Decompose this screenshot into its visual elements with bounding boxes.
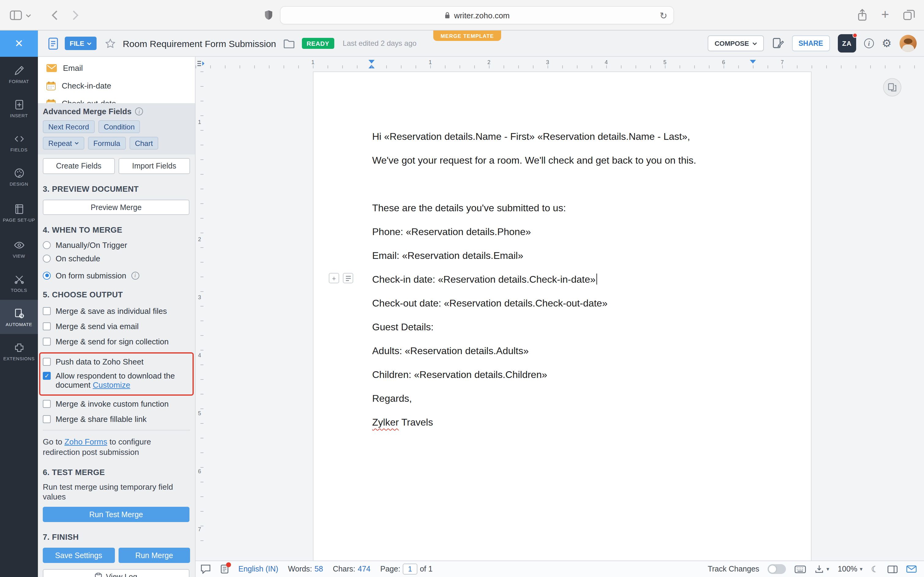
sidebar-chevron-icon[interactable] bbox=[26, 14, 31, 18]
email-feedback-icon[interactable] bbox=[906, 566, 917, 573]
left-indent-marker[interactable] bbox=[368, 65, 375, 68]
keyboard-icon[interactable] bbox=[795, 565, 806, 573]
run-test-merge-button[interactable]: Run Test Merge bbox=[43, 507, 189, 522]
zoom-control[interactable]: 100%▾ bbox=[838, 565, 863, 573]
privacy-shield-icon[interactable] bbox=[264, 10, 273, 21]
paragraph[interactable]: Regards, bbox=[372, 392, 752, 405]
sidebar-toggle-icon[interactable] bbox=[10, 10, 22, 20]
view-mode-control[interactable]: ▾ bbox=[815, 565, 829, 573]
run-merge-button[interactable]: Run Merge bbox=[118, 548, 190, 563]
paragraph[interactable]: Zylker Travels bbox=[372, 416, 752, 429]
share-button[interactable]: SHARE bbox=[792, 35, 830, 51]
share-page-icon[interactable] bbox=[857, 8, 868, 22]
document-edit-icon[interactable] bbox=[772, 37, 784, 50]
info-icon[interactable]: i bbox=[864, 39, 874, 48]
document-page[interactable]: Hi «Reservation details.Name - First» «R… bbox=[313, 71, 812, 561]
rail-item-tools[interactable]: TOOLS bbox=[0, 266, 38, 300]
checkbox-option[interactable]: Merge & invoke custom function bbox=[43, 399, 190, 408]
checkbox-icon[interactable] bbox=[43, 307, 51, 315]
folder-icon[interactable] bbox=[284, 39, 294, 48]
rail-item-view[interactable]: VIEW bbox=[0, 231, 38, 266]
comments-icon[interactable] bbox=[200, 564, 211, 574]
paragraph[interactable]: Email: «Reservation details.Email» bbox=[372, 249, 752, 263]
info-icon[interactable]: i bbox=[135, 108, 143, 115]
horizontal-ruler[interactable]: 11234567 bbox=[195, 59, 924, 69]
rail-item-insert[interactable]: INSERT bbox=[0, 91, 38, 125]
paragraph-format-icon[interactable] bbox=[343, 273, 353, 283]
rail-item-automate[interactable]: AUTOMATE bbox=[0, 300, 38, 334]
word-count[interactable]: Words:58 bbox=[288, 565, 323, 573]
radio-icon[interactable] bbox=[43, 254, 51, 262]
file-menu-button[interactable]: FILE bbox=[65, 37, 97, 50]
checkbox-option[interactable]: Merge & send for sign collection bbox=[43, 337, 190, 346]
rail-item-extensions[interactable]: EXTENSIONS bbox=[0, 334, 38, 368]
checkbox-icon[interactable] bbox=[43, 400, 51, 408]
refresh-icon[interactable]: ↻ bbox=[660, 10, 667, 21]
user-avatar[interactable] bbox=[900, 35, 917, 52]
paragraph[interactable]: Guest Details: bbox=[372, 321, 752, 334]
radio-option[interactable]: On schedule bbox=[43, 254, 190, 263]
merge-field-item[interactable]: Check-out-date bbox=[38, 95, 195, 103]
checkbox-icon[interactable] bbox=[43, 358, 51, 366]
checkbox-option[interactable]: Merge & save as individual files bbox=[43, 306, 190, 316]
checkbox-option[interactable]: Merge & send via email bbox=[43, 322, 190, 331]
insert-plus-icon[interactable]: + bbox=[329, 273, 339, 283]
zia-button[interactable]: ZA bbox=[838, 34, 856, 53]
compose-button[interactable]: COMPOSE bbox=[708, 35, 764, 51]
radio-icon[interactable] bbox=[43, 271, 51, 279]
import-fields-button[interactable]: Import Fields bbox=[118, 158, 190, 174]
checkbox-option[interactable]: Allow respondent to download the documen… bbox=[43, 371, 190, 390]
checkbox-icon[interactable] bbox=[43, 372, 51, 379]
condition-chip[interactable]: Condition bbox=[98, 120, 140, 133]
back-icon[interactable] bbox=[51, 10, 58, 21]
zoho-forms-link[interactable]: Zoho Forms bbox=[65, 437, 107, 446]
proofing-alert-icon[interactable] bbox=[221, 564, 229, 574]
favorite-star-icon[interactable] bbox=[105, 39, 115, 48]
rail-item-page-set-up[interactable]: PAGE SET-UP bbox=[0, 193, 38, 231]
paragraph[interactable]: Children: «Reservation details.Children» bbox=[372, 368, 752, 382]
paragraph[interactable]: Check-out date: «Reservation details.Che… bbox=[372, 297, 752, 310]
radio-option[interactable]: On form submissioni bbox=[43, 271, 190, 280]
paragraph[interactable]: Phone: «Reservation details.Phone» bbox=[372, 225, 752, 239]
night-mode-icon[interactable]: ☾ bbox=[871, 564, 879, 574]
settings-gear-icon[interactable]: ⚙ bbox=[882, 38, 892, 49]
paragraph[interactable]: These are the details you've submitted t… bbox=[372, 201, 752, 215]
radio-icon[interactable] bbox=[43, 241, 51, 249]
next-record-chip[interactable]: Next Record bbox=[43, 120, 94, 133]
create-fields-button[interactable]: Create Fields bbox=[43, 158, 115, 174]
layout-panel-icon[interactable] bbox=[887, 565, 898, 573]
checkbox-option[interactable]: Merge & share fillable link bbox=[43, 414, 190, 424]
info-icon[interactable]: i bbox=[131, 271, 139, 279]
new-tab-icon[interactable]: + bbox=[881, 8, 889, 21]
paragraph[interactable]: Check-in date: «Reservation details.Chec… bbox=[372, 273, 752, 286]
save-settings-button[interactable]: Save Settings bbox=[43, 548, 115, 563]
language-selector[interactable]: English (IN) bbox=[238, 565, 278, 573]
checkbox-icon[interactable] bbox=[43, 337, 51, 345]
rail-item-format[interactable]: FORMAT bbox=[0, 57, 38, 91]
ruler-toggle-icon[interactable] bbox=[197, 60, 205, 67]
checkbox-icon[interactable] bbox=[43, 322, 51, 330]
close-button[interactable]: ✕ bbox=[0, 30, 38, 56]
rail-item-fields[interactable]: FIELDS bbox=[0, 125, 38, 160]
tab-overview-icon[interactable] bbox=[903, 10, 915, 20]
checkbox-icon[interactable] bbox=[43, 415, 51, 423]
merge-field-item[interactable]: Check-in-date bbox=[38, 77, 195, 95]
customize-link[interactable]: Customize bbox=[92, 380, 130, 390]
checkbox-option[interactable]: Push data to Zoho Sheet bbox=[43, 357, 190, 366]
vertical-ruler[interactable]: 1234567 bbox=[195, 71, 205, 546]
first-line-indent-marker[interactable] bbox=[368, 60, 375, 63]
right-indent-marker[interactable] bbox=[750, 60, 756, 63]
paragraph[interactable]: We've got your request for a room. We'll… bbox=[372, 154, 752, 167]
track-changes-toggle[interactable] bbox=[768, 564, 786, 574]
radio-option[interactable]: Manually/On Trigger bbox=[43, 240, 190, 249]
page-number-input[interactable] bbox=[403, 564, 417, 575]
document-title[interactable]: Room Requirement Form Submission bbox=[123, 38, 276, 48]
page-panel-button[interactable] bbox=[883, 78, 901, 97]
paragraph[interactable]: Adults: «Reservation details.Adults» bbox=[372, 344, 752, 358]
forward-icon[interactable] bbox=[72, 10, 79, 21]
formula-chip[interactable]: Formula bbox=[88, 137, 126, 150]
rail-item-design[interactable]: DESIGN bbox=[0, 160, 38, 193]
char-count[interactable]: Chars:474 bbox=[333, 565, 370, 573]
chart-chip[interactable]: Chart bbox=[129, 137, 158, 150]
preview-merge-button[interactable]: Preview Merge bbox=[43, 200, 189, 215]
